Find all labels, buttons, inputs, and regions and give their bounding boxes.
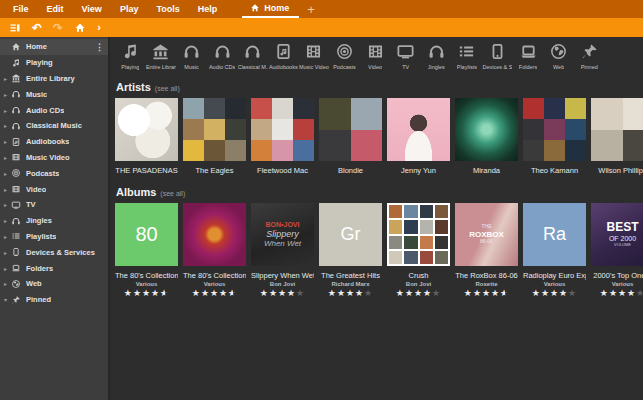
redo-icon[interactable]: ↷ <box>53 22 63 34</box>
sidebar-item-home[interactable]: Home⋮ <box>0 39 108 55</box>
category-devices-s-[interactable]: Devices & S... <box>482 42 513 70</box>
expand-arrow-icon[interactable]: ▸ <box>0 186 11 193</box>
album-art[interactable] <box>115 98 178 161</box>
category-tv[interactable]: TV <box>390 42 421 70</box>
category-playing[interactable]: Playing <box>115 42 146 70</box>
album-art[interactable]: Gr <box>319 203 382 266</box>
category-web[interactable]: Web <box>543 42 574 70</box>
album-art[interactable] <box>523 98 586 161</box>
rating-stars[interactable]: ★★★★★ <box>523 289 586 298</box>
undo-icon[interactable]: ↶ <box>32 22 42 34</box>
album-art[interactable]: BESTOF 2000VOLUME <box>591 203 643 266</box>
rating-stars[interactable]: ★★★★★ <box>251 289 314 298</box>
rating-stars[interactable]: ★★★★★ <box>591 289 643 298</box>
rating-stars[interactable]: ★★★★★★ <box>115 289 178 298</box>
sidebar-item-devices-services[interactable]: ▸Devices & Services <box>0 244 108 260</box>
see-all-link[interactable]: (see all) <box>160 190 185 197</box>
rating-stars[interactable]: ★★★★★ <box>319 289 382 298</box>
chevron-right-icon[interactable]: › <box>97 22 101 33</box>
home-icon[interactable] <box>74 22 86 34</box>
album-tile[interactable]: The 80's Collection ...Various★★★★★★ <box>183 203 246 298</box>
album-tile[interactable]: GrThe Greatest HitsRichard Marx★★★★★ <box>319 203 382 298</box>
sidebar-item-podcasts[interactable]: ▸Podcasts <box>0 165 108 181</box>
album-art[interactable] <box>455 98 518 161</box>
expand-arrow-icon[interactable]: ▸ <box>0 138 11 145</box>
album-tile[interactable]: RaRadioplay Euro Expr...Various★★★★★ <box>523 203 586 298</box>
category-classical-m-[interactable]: Classical M... <box>237 42 268 70</box>
album-tile[interactable]: BESTOF 2000VOLUME2000's Top One...Variou… <box>591 203 643 298</box>
category-podcasts[interactable]: Podcasts <box>329 42 360 70</box>
category-folders[interactable]: Folders <box>513 42 544 70</box>
category-audiobooks[interactable]: Audiobooks <box>268 42 299 70</box>
rating-stars[interactable]: ★★★★★★ <box>183 289 246 298</box>
sidebar-item-web[interactable]: ▸Web <box>0 276 108 292</box>
sidebar-item-music[interactable]: ▸Music <box>0 86 108 102</box>
album-art[interactable]: THEROXBOX86-06 <box>455 203 518 266</box>
artist-tile[interactable]: Miranda <box>455 98 518 175</box>
rating-stars[interactable]: ★★★★★ <box>387 289 450 298</box>
album-art[interactable] <box>183 98 246 161</box>
sidebar-item-classical-music[interactable]: ▸Classical Music <box>0 118 108 134</box>
artist-tile[interactable]: Fleetwood Mac <box>251 98 314 175</box>
tab-home[interactable]: Home <box>242 0 299 18</box>
artist-tile[interactable]: Jenny Yun <box>387 98 450 175</box>
expand-arrow-icon[interactable]: ▸ <box>0 201 11 208</box>
category-pinned[interactable]: Pinned <box>574 42 605 70</box>
category-playlists[interactable]: Playlists <box>452 42 483 70</box>
album-art[interactable] <box>183 203 246 266</box>
album-tile[interactable]: 80The 80's Collection ...Various★★★★★★ <box>115 203 178 298</box>
artist-tile[interactable]: Blondie <box>319 98 382 175</box>
category-jingles[interactable]: Jingles <box>421 42 452 70</box>
album-tile[interactable]: CrushBon Jovi★★★★★ <box>387 203 450 298</box>
menu-tools[interactable]: Tools <box>147 0 188 18</box>
album-art[interactable] <box>591 98 643 161</box>
menu-edit[interactable]: Edit <box>38 0 73 18</box>
menu-help[interactable]: Help <box>189 0 227 18</box>
sidebar-item-jingles[interactable]: ▸Jingles <box>0 213 108 229</box>
menu-file[interactable]: File <box>4 0 38 18</box>
expand-arrow-icon[interactable]: ▸ <box>0 154 11 161</box>
artist-tile[interactable]: THE PASADENAS <box>115 98 178 175</box>
category-music[interactable]: Music <box>176 42 207 70</box>
sidebar-item-playing[interactable]: Playing <box>0 55 108 71</box>
category-video[interactable]: Video <box>360 42 391 70</box>
kebab-menu-icon[interactable]: ⋮ <box>95 42 104 52</box>
album-tile[interactable]: THEROXBOX86-06The RoxBox 86-06Roxette★★★… <box>455 203 518 298</box>
album-art[interactable]: Ra <box>523 203 586 266</box>
album-art[interactable]: BON•JOVISlipperyWhen Wet <box>251 203 314 266</box>
expand-arrow-icon[interactable]: ▸ <box>0 249 11 256</box>
sidebar-item-video[interactable]: ▸Video <box>0 181 108 197</box>
expand-arrow-icon[interactable]: ▸ <box>0 107 11 114</box>
artist-tile[interactable]: The Eagles <box>183 98 246 175</box>
expand-arrow-icon[interactable]: ▸ <box>0 170 11 177</box>
artist-tile[interactable]: Wilson Phillips <box>591 98 643 175</box>
expand-arrow-icon[interactable]: ▸ <box>0 217 11 224</box>
expand-arrow-icon[interactable]: ▸ <box>0 122 11 129</box>
sidebar-item-audiobooks[interactable]: ▸Audiobooks <box>0 134 108 150</box>
collapse-arrow-icon[interactable]: ▾ <box>0 296 11 303</box>
sidebar-item-folders[interactable]: ▸Folders <box>0 260 108 276</box>
menu-play[interactable]: Play <box>111 0 148 18</box>
sidebar-item-entire-library[interactable]: ▸Entire Library <box>0 71 108 87</box>
album-art[interactable] <box>319 98 382 161</box>
sidebar-item-music-video[interactable]: ▸Music Video <box>0 150 108 166</box>
rating-stars[interactable]: ★★★★★★ <box>455 289 518 298</box>
expand-arrow-icon[interactable]: ▸ <box>0 75 11 82</box>
artist-tile[interactable]: Theo Kamann <box>523 98 586 175</box>
category-audio-cds[interactable]: Audio CDs <box>207 42 238 70</box>
expand-arrow-icon[interactable]: ▸ <box>0 280 11 287</box>
expand-arrow-icon[interactable]: ▸ <box>0 91 11 98</box>
category-music-video[interactable]: Music Video <box>299 42 330 70</box>
album-tile[interactable]: BON•JOVISlipperyWhen WetSlippery When We… <box>251 203 314 298</box>
sidebar-item-tv[interactable]: ▸TV <box>0 197 108 213</box>
album-art[interactable]: 80 <box>115 203 178 266</box>
new-tab-button[interactable]: + <box>299 0 323 18</box>
category-entire-library[interactable]: Entire Library <box>146 42 177 70</box>
album-art[interactable] <box>387 98 450 161</box>
sidebar-item-pinned[interactable]: ▾Pinned <box>0 292 108 308</box>
menu-view[interactable]: View <box>73 0 111 18</box>
sidebar-item-playlists[interactable]: ▸Playlists <box>0 229 108 245</box>
sidebar-item-audio-cds[interactable]: ▸Audio CDs <box>0 102 108 118</box>
album-art[interactable] <box>387 203 450 266</box>
album-art[interactable] <box>251 98 314 161</box>
